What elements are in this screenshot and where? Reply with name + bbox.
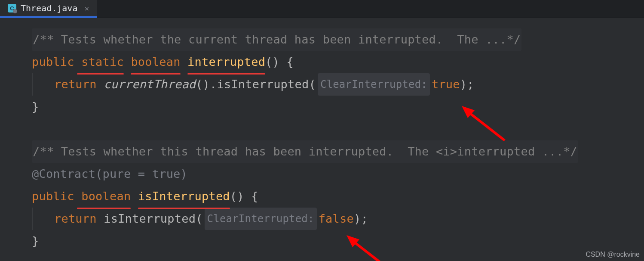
code-line: } <box>32 96 640 118</box>
code-line: public static boolean interrupted() { <box>32 51 640 73</box>
method-name-interrupted: interrupted <box>187 51 265 73</box>
code-line: /** Tests whether the current thread has… <box>32 28 640 51</box>
parameter-hint: ClearInterrupted: <box>318 73 430 96</box>
keyword-public: public <box>32 185 81 208</box>
code-line: public boolean isInterrupted() { <box>32 185 640 208</box>
code-line: @Contract(pure = true) <box>32 163 640 185</box>
keyword-public: public <box>32 51 81 73</box>
keyword-return: return <box>54 73 104 96</box>
punctuation: ); <box>460 73 474 96</box>
punctuation: (). <box>196 73 217 96</box>
indent-guide <box>32 208 33 230</box>
punctuation: () { <box>265 51 294 73</box>
identifier-currentThread: currentThread <box>104 73 196 96</box>
identifier-isInterrupted: isInterrupted <box>217 73 309 96</box>
method-name-isInterrupted: isInterrupted <box>138 185 230 208</box>
indent-guide <box>32 73 33 96</box>
code-line: /** Tests whether this thread has been i… <box>32 140 640 163</box>
file-tab-thread-java[interactable]: C Thread.java × <box>0 0 97 18</box>
space <box>131 185 138 208</box>
tab-filename: Thread.java <box>21 3 77 13</box>
close-icon[interactable]: × <box>84 4 89 13</box>
blank-line <box>32 118 640 140</box>
space <box>124 51 131 73</box>
brace-close: } <box>32 96 39 118</box>
annotation-contract: @Contract(pure = true) <box>32 163 187 185</box>
space <box>181 51 187 73</box>
punctuation: ); <box>354 208 368 230</box>
keyword-boolean: boolean <box>81 185 131 208</box>
code-editor[interactable]: /** Tests whether the current thread has… <box>6 21 640 261</box>
keyword-false: false <box>319 208 354 230</box>
code-line: return currentThread().isInterrupted(Cle… <box>32 73 640 96</box>
java-class-file-icon: C <box>8 4 16 12</box>
punctuation: () { <box>230 185 258 208</box>
javadoc-comment: /** Tests whether the current thread has… <box>32 28 521 51</box>
code-line: return isInterrupted(ClearInterrupted:fa… <box>32 208 640 230</box>
punctuation: ( <box>196 208 202 230</box>
parameter-hint: ClearInterrupted: <box>205 208 317 230</box>
javadoc-comment: /** Tests whether this thread has been i… <box>32 140 578 163</box>
tab-bar: C Thread.java × <box>0 0 644 18</box>
editor-window: C Thread.java × /** Tests whether the cu… <box>0 0 644 261</box>
punctuation: ( <box>309 73 316 96</box>
keyword-static: static <box>81 51 124 73</box>
keyword-return: return <box>54 208 104 230</box>
code-line: } <box>32 230 640 252</box>
keyword-boolean: boolean <box>131 51 180 73</box>
icon-letter: C <box>10 5 14 12</box>
keyword-true: true <box>432 73 460 96</box>
brace-close: } <box>32 230 39 252</box>
identifier-isInterrupted: isInterrupted <box>104 208 196 230</box>
watermark-text: CSDN @rockvine <box>586 251 640 258</box>
